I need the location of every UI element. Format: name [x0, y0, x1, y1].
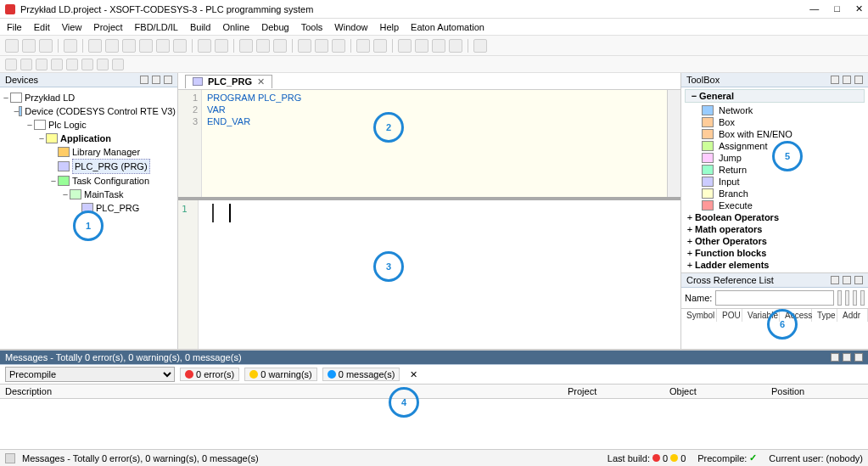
menu-build[interactable]: Build	[190, 22, 210, 32]
tool-box[interactable]: Box	[685, 116, 865, 128]
tab-plc-prg[interactable]: PLC_PRG ✕	[185, 75, 272, 88]
tree-project[interactable]: Przykład LD	[25, 91, 75, 104]
toolbox-category-math[interactable]: +Math operators	[685, 223, 865, 235]
ld-toolbar-icon[interactable]	[51, 59, 63, 70]
toolbar-misc-icon[interactable]	[473, 39, 487, 53]
crossref-filter-button[interactable]	[853, 290, 857, 306]
panel-close-icon[interactable]	[854, 276, 863, 284]
toolbar-delete-icon[interactable]	[173, 39, 187, 53]
device-tree[interactable]: −Przykład LD −Device (CODESYS Control RT…	[0, 87, 177, 218]
tree-device[interactable]: Device (CODESYS Control RTE V3)	[25, 104, 176, 118]
panel-dropdown-icon[interactable]	[831, 76, 839, 84]
toolbar-breakpoint-icon[interactable]	[449, 39, 462, 53]
panel-close-icon[interactable]	[164, 76, 172, 84]
tool-network[interactable]: Network	[685, 104, 865, 116]
toolbar-step-over-icon[interactable]	[398, 39, 412, 53]
menu-window[interactable]: Window	[334, 22, 367, 32]
toolbar-login-icon[interactable]	[315, 39, 328, 53]
declaration-editor[interactable]: 1 2 3 PROGRAM PLC_PRG VAR END_VAR	[178, 90, 680, 200]
toolbar-run-icon[interactable]	[356, 39, 370, 53]
tool-input[interactable]: Input	[685, 176, 865, 188]
window-close-button[interactable]: ✕	[855, 3, 863, 14]
toolbar-open-icon[interactable]	[22, 39, 36, 53]
ld-toolbar-icon[interactable]	[5, 59, 17, 70]
crossref-col-variable[interactable]: Variable	[742, 309, 780, 322]
panel-close-icon[interactable]	[854, 353, 863, 362]
window-minimize-button[interactable]: —	[809, 3, 819, 14]
messages-clear-button[interactable]: ✕	[405, 369, 423, 380]
toolbar-new-icon[interactable]	[5, 39, 19, 53]
menu-eaton-automation[interactable]: Eaton Automation	[411, 22, 484, 32]
toolbar-bookmark-prev-icon[interactable]	[273, 39, 287, 53]
tree-task-config[interactable]: Task Configuration	[72, 174, 149, 188]
panel-pin-icon[interactable]	[843, 353, 851, 362]
tree-library-manager[interactable]: Library Manager	[72, 145, 140, 159]
menu-view[interactable]: View	[62, 22, 82, 32]
messages-col-object[interactable]: Object	[664, 385, 766, 398]
crossref-col-addr[interactable]: Addr	[837, 309, 868, 322]
toolbar-redo-icon[interactable]	[105, 39, 119, 53]
toolbar-cut-icon[interactable]	[122, 39, 136, 53]
messages-col-position[interactable]: Position	[766, 385, 868, 398]
toolbox-category-general[interactable]: −General	[685, 89, 865, 103]
toolbox-category-boolean[interactable]: +Boolean Operators	[685, 211, 865, 223]
toolbar-build-icon[interactable]	[298, 39, 311, 53]
code-text[interactable]: PROGRAM PLC_PRG VAR END_VAR	[202, 90, 306, 197]
status-messages-icon[interactable]	[5, 453, 15, 463]
menu-debug[interactable]: Debug	[261, 22, 288, 32]
ladder-editor[interactable]: 1	[178, 200, 680, 349]
toolbar-print-icon[interactable]	[64, 39, 77, 53]
toolbox-category-fb[interactable]: +Function blocks	[685, 247, 865, 259]
messages-messages-button[interactable]: 0 message(s)	[322, 368, 400, 381]
toolbox-category-ladder[interactable]: +Ladder elements	[685, 259, 865, 271]
menu-fbd-ld-il[interactable]: FBD/LD/IL	[135, 22, 178, 32]
panel-pin-icon[interactable]	[152, 76, 160, 84]
tool-return[interactable]: Return	[685, 164, 865, 176]
crossref-col-symbol[interactable]: Symbol	[681, 309, 717, 322]
menu-help[interactable]: Help	[379, 22, 399, 32]
panel-dropdown-icon[interactable]	[831, 276, 839, 284]
toolbar-findnext-icon[interactable]	[215, 39, 228, 53]
toolbar-logout-icon[interactable]	[332, 39, 345, 53]
crossref-clear-button[interactable]	[860, 290, 865, 306]
editor-sidebar[interactable]	[667, 90, 680, 197]
panel-dropdown-icon[interactable]	[140, 76, 148, 84]
ld-toolbar-icon[interactable]	[20, 59, 32, 70]
ld-toolbar-icon[interactable]	[66, 59, 78, 70]
crossref-search-button[interactable]	[845, 290, 849, 306]
tree-maintask[interactable]: MainTask	[84, 188, 123, 201]
toolbar-copy-icon[interactable]	[139, 39, 153, 53]
messages-category-select[interactable]: Precompile	[5, 367, 175, 382]
crossref-col-access[interactable]: Access	[780, 309, 812, 322]
menu-file[interactable]: File	[7, 22, 22, 32]
tool-box-en-eno[interactable]: Box with EN/ENO	[685, 128, 865, 140]
crossref-go-button[interactable]	[837, 290, 842, 306]
panel-pin-icon[interactable]	[843, 276, 851, 284]
panel-close-icon[interactable]	[854, 76, 863, 84]
window-maximize-button[interactable]: □	[834, 3, 840, 14]
ld-toolbar-icon[interactable]	[97, 59, 109, 70]
messages-errors-button[interactable]: 0 error(s)	[180, 368, 239, 381]
tree-plc-prg[interactable]: PLC_PRG (PRG)	[72, 159, 150, 174]
crossref-col-type[interactable]: Type	[812, 309, 837, 322]
status-messages-text[interactable]: Messages - Totally 0 error(s), 0 warning…	[22, 453, 259, 463]
panel-dropdown-icon[interactable]	[831, 353, 839, 362]
toolbar-bookmark-icon[interactable]	[239, 39, 253, 53]
toolbar-find-icon[interactable]	[198, 39, 211, 53]
tool-execute[interactable]: Execute	[685, 199, 865, 211]
menu-tools[interactable]: Tools	[301, 22, 323, 32]
toolbar-undo-icon[interactable]	[88, 39, 102, 53]
tree-application[interactable]: Application	[60, 132, 111, 145]
toolbox-category-other[interactable]: +Other Operators	[685, 235, 865, 247]
tree-plc-logic[interactable]: Plc Logic	[48, 118, 87, 132]
ld-toolbar-icon[interactable]	[36, 59, 48, 70]
menu-online[interactable]: Online	[222, 22, 249, 32]
toolbar-save-icon[interactable]	[39, 39, 53, 53]
menu-edit[interactable]: Edit	[34, 22, 50, 32]
toolbar-stop-icon[interactable]	[373, 39, 387, 53]
tool-jump[interactable]: Jump	[685, 152, 865, 164]
messages-warnings-button[interactable]: 0 warning(s)	[244, 368, 317, 381]
toolbar-bookmark-next-icon[interactable]	[256, 39, 270, 53]
toolbar-step-out-icon[interactable]	[432, 39, 445, 53]
panel-pin-icon[interactable]	[843, 76, 851, 84]
